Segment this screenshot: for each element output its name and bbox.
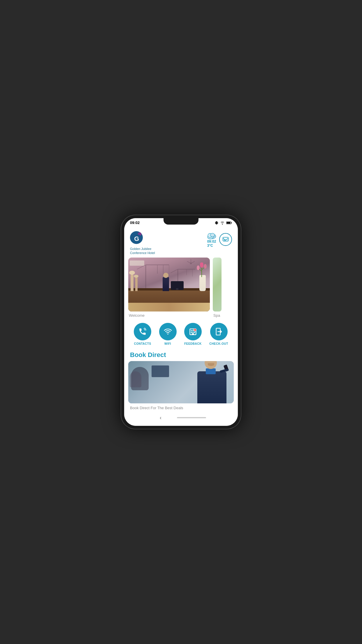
svg-rect-42 xyxy=(191,332,192,333)
svg-point-50 xyxy=(219,331,219,332)
bottom-nav: ‹ xyxy=(124,411,238,426)
book-direct-caption: Book Direct For The Best Deals xyxy=(124,403,238,411)
building-icon: ! xyxy=(189,328,197,336)
action-checkout[interactable]: CHECK-OUT xyxy=(209,323,228,345)
home-indicator[interactable] xyxy=(177,417,206,418)
book-direct-image[interactable] xyxy=(128,361,234,403)
svg-rect-43 xyxy=(192,332,194,333)
weather-time: 09:02 xyxy=(207,239,216,244)
svg-rect-40 xyxy=(192,330,194,331)
app-header: G Golden Jubilee Conference Hotel xyxy=(124,226,238,258)
svg-line-30 xyxy=(191,261,195,263)
svg-rect-2 xyxy=(216,221,217,224)
battery-icon xyxy=(226,221,232,225)
svg-line-29 xyxy=(187,261,191,263)
carousel-track: Welcome Spa xyxy=(128,258,238,318)
svg-point-36 xyxy=(204,264,207,269)
svg-rect-5 xyxy=(226,222,230,223)
phone-icon xyxy=(138,328,147,336)
svg-line-24 xyxy=(171,269,178,273)
checkout-label: CHECK-OUT xyxy=(209,342,228,345)
carousel-welcome-label: Welcome xyxy=(128,313,210,318)
svg-point-37 xyxy=(167,333,168,335)
weather-temp: 3°C xyxy=(207,244,213,248)
carousel-peek-label: Spa xyxy=(213,313,222,318)
vibrate-icon xyxy=(215,221,219,225)
book-direct-title: Book Direct xyxy=(124,348,238,361)
wifi-label: WIFI xyxy=(164,342,171,345)
cloud-icon xyxy=(206,231,216,239)
contacts-label: CONTACTS xyxy=(134,342,151,345)
status-time: 09:02 xyxy=(130,220,140,225)
status-icons xyxy=(215,221,232,225)
flowers-icon xyxy=(196,262,208,277)
svg-rect-0 xyxy=(215,222,216,224)
back-button[interactable]: ‹ xyxy=(156,413,165,422)
svg-text:G: G xyxy=(134,235,139,242)
carousel-section[interactable]: Welcome Spa xyxy=(124,258,238,318)
carousel-item-welcome[interactable]: Welcome xyxy=(128,258,210,318)
app-content: G Golden Jubilee Conference Hotel xyxy=(124,226,238,411)
lobby-image xyxy=(128,258,210,312)
action-contacts[interactable]: CONTACTS xyxy=(134,323,151,345)
wifi-icon xyxy=(220,221,225,225)
svg-rect-4 xyxy=(231,222,232,223)
message-icon xyxy=(222,236,229,243)
svg-rect-1 xyxy=(217,222,218,224)
crane-silhouettes xyxy=(134,259,204,291)
back-icon: ‹ xyxy=(160,415,161,421)
weather-section: 09:02 3°C xyxy=(206,231,216,248)
hotel-logo: G xyxy=(130,230,146,246)
feedback-label: FEEDBACK xyxy=(184,342,202,345)
logo-section: G Golden Jubilee Conference Hotel xyxy=(130,230,155,255)
svg-rect-39 xyxy=(191,330,192,331)
svg-point-34 xyxy=(200,262,203,268)
hotel-name: Golden Jubilee Conference Hotel xyxy=(130,247,155,255)
header-right: 09:02 3°C xyxy=(206,231,232,248)
svg-rect-45 xyxy=(192,333,194,335)
carousel-item-peek[interactable]: Spa xyxy=(213,258,222,318)
quick-actions: CONTACTS WIFI xyxy=(124,318,238,348)
action-wifi[interactable]: WIFI xyxy=(159,323,177,345)
door-icon xyxy=(215,328,223,336)
message-button[interactable] xyxy=(219,233,232,246)
svg-point-35 xyxy=(197,265,200,270)
svg-text:!: ! xyxy=(194,329,195,331)
svg-rect-44 xyxy=(194,332,195,333)
wifi-action-icon xyxy=(164,328,172,336)
svg-point-12 xyxy=(210,233,215,237)
action-feedback[interactable]: ! FEEDBACK xyxy=(184,323,202,345)
